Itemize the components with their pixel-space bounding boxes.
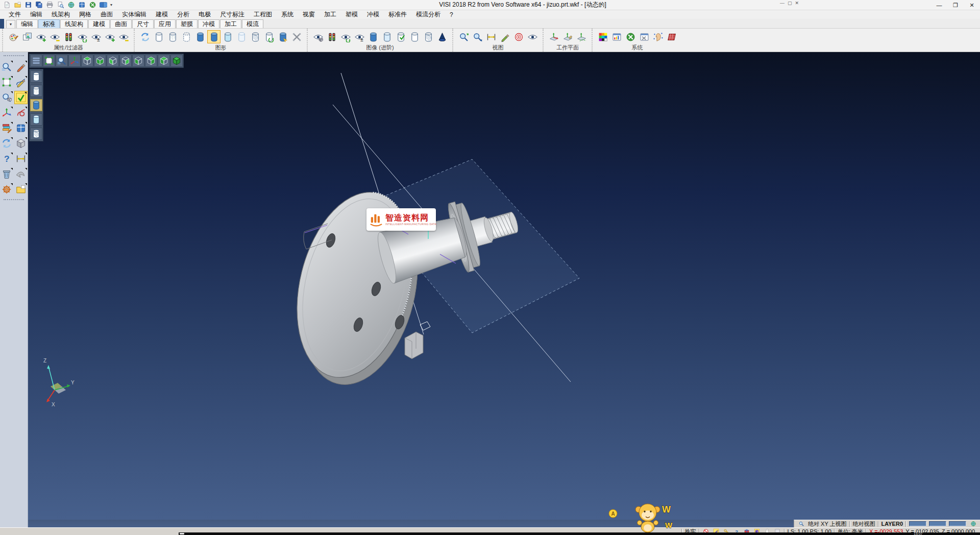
cylinder-shaded-icon[interactable] <box>207 30 220 43</box>
eye-refresh-adv-icon[interactable] <box>339 30 352 43</box>
menu-item[interactable]: 编辑 <box>26 10 47 19</box>
modify-pencil-icon[interactable] <box>14 60 28 74</box>
taskbar-app-icon[interactable] <box>180 533 184 534</box>
zoom-all-icon[interactable] <box>457 30 470 43</box>
viewport-canvas[interactable]: z Z Y X <box>28 52 980 520</box>
search-icon[interactable] <box>797 521 805 527</box>
menu-item[interactable]: 电极 <box>194 10 215 19</box>
menu-item[interactable]: 标准件 <box>384 10 411 19</box>
cylinder-blueoutline-icon[interactable] <box>380 30 394 43</box>
menu-item[interactable]: 分析 <box>173 10 194 19</box>
view-iso-icon[interactable] <box>158 55 170 67</box>
cone-blue-icon[interactable] <box>435 30 449 43</box>
workplane-axis-icon[interactable] <box>547 30 560 43</box>
restore-button[interactable]: ❐ <box>947 0 964 10</box>
cylinder-dynamic-icon[interactable] <box>276 30 289 43</box>
eye-solids-icon[interactable] <box>311 30 325 43</box>
toolbar-grip[interactable] <box>4 199 24 202</box>
print-preview-icon[interactable] <box>56 1 65 9</box>
view-back-icon[interactable] <box>145 55 157 67</box>
layer-image-icon[interactable] <box>20 30 34 43</box>
new-file-icon[interactable] <box>2 1 12 9</box>
toolbar-grip[interactable] <box>4 55 24 58</box>
curve-spiral-icon[interactable] <box>14 106 28 119</box>
doc-close-button[interactable]: ✕ <box>795 1 799 6</box>
cylinder-hiddenline-icon[interactable] <box>166 30 179 43</box>
zoom-solid-icon[interactable] <box>0 91 13 104</box>
workplane-align-icon[interactable] <box>575 30 588 43</box>
menu-item[interactable]: 尺寸标注 <box>215 10 249 19</box>
workplane-edit-icon[interactable] <box>561 30 574 43</box>
color-swatch[interactable] <box>909 521 926 526</box>
eye-plus-icon[interactable] <box>103 30 116 43</box>
regen-refresh-icon[interactable] <box>0 137 13 150</box>
view-shaded-icon[interactable] <box>170 55 183 67</box>
view-right-icon[interactable] <box>119 55 132 67</box>
open-project-icon[interactable] <box>14 183 28 196</box>
eye-plusminus-adv-icon[interactable]: ± <box>353 30 366 43</box>
target-point-icon[interactable] <box>512 30 525 43</box>
cylinder-dashed-icon[interactable] <box>180 30 193 43</box>
menu-item[interactable]: 网格 <box>75 10 96 19</box>
measure-caliper-icon[interactable] <box>484 30 498 43</box>
menu-item[interactable]: 冲模 <box>362 10 384 19</box>
toolbar-options-button[interactable]: ▾ <box>108 3 114 7</box>
settings-gear-icon[interactable] <box>88 1 97 9</box>
save-icon[interactable] <box>23 1 33 9</box>
doc-minimize-button[interactable]: — <box>780 1 785 6</box>
wireframe-mode-icon[interactable] <box>30 70 42 83</box>
tab-3[interactable]: 建模 <box>88 19 110 28</box>
tab-1[interactable]: 标准 <box>38 19 60 28</box>
view-mode-label[interactable]: 绝对视图 <box>853 520 875 528</box>
undo-icon[interactable] <box>14 167 28 181</box>
view-name-label[interactable]: 绝对 XY 上视图 <box>808 520 847 528</box>
tab-9[interactable]: 加工 <box>220 19 241 28</box>
render-settings-icon[interactable] <box>290 30 303 43</box>
view-front-icon[interactable] <box>132 55 144 67</box>
cylinder-check-icon[interactable] <box>394 30 407 43</box>
solid-cube-icon[interactable] <box>14 137 28 150</box>
refresh-view-icon[interactable] <box>138 30 152 43</box>
zoom-window-icon[interactable] <box>43 55 55 67</box>
traffic-light-adv-icon[interactable] <box>325 30 338 43</box>
cylinder-hatched-icon[interactable] <box>249 30 262 43</box>
measure-distance-icon[interactable] <box>14 152 28 165</box>
eye-plusminus-icon[interactable]: ± <box>89 30 103 43</box>
system-settings-icon[interactable] <box>624 30 637 43</box>
eye-remove-icon[interactable] <box>48 30 61 43</box>
help-book-icon[interactable] <box>99 1 108 9</box>
tab-0[interactable]: 编辑 <box>16 19 38 28</box>
color-swatch[interactable] <box>929 521 946 526</box>
menu-item[interactable]: 塑模 <box>341 10 362 19</box>
tab-4[interactable]: 曲面 <box>110 19 132 28</box>
eye-add-icon[interactable] <box>34 30 47 43</box>
os-taskbar[interactable]: 15:07 <box>179 532 980 535</box>
menu-item[interactable]: 线架构 <box>47 10 75 19</box>
layer-list-icon[interactable] <box>30 55 42 67</box>
attributes-filter-icon[interactable] <box>7 30 20 43</box>
tab-overflow-button[interactable]: ▼ <box>6 20 15 28</box>
plane-bounds-icon[interactable] <box>0 76 13 89</box>
eye-minus-icon[interactable] <box>117 30 130 43</box>
tab-5[interactable]: 尺寸 <box>132 19 154 28</box>
tab-10[interactable]: 模流 <box>242 19 263 28</box>
shaded-mode-icon[interactable] <box>30 99 42 111</box>
cylinder-blue-icon[interactable] <box>366 30 380 43</box>
window-layout-icon[interactable] <box>77 1 87 9</box>
tab-8[interactable]: 冲模 <box>198 19 219 28</box>
zoom-select-icon[interactable] <box>0 60 13 74</box>
cylinder-recycle-icon[interactable] <box>262 30 276 43</box>
select-points-icon[interactable] <box>651 30 665 43</box>
save-all-icon[interactable] <box>34 1 44 9</box>
view-left-icon[interactable] <box>107 55 119 67</box>
library-materials-icon[interactable] <box>0 121 13 135</box>
cylinder-white-icon[interactable] <box>408 30 421 43</box>
zoom-dynamic-icon[interactable] <box>56 55 68 67</box>
active-layer-label[interactable]: LAYER0 <box>881 521 903 527</box>
menu-item[interactable]: 工程图 <box>249 10 277 19</box>
transparent-mode-icon[interactable] <box>30 113 42 126</box>
close-button[interactable]: ✕ <box>964 0 980 10</box>
axis-orientation-icon[interactable] <box>68 55 81 67</box>
tab-2[interactable]: 线架构 <box>60 19 88 28</box>
cylinder-wireframe-icon[interactable] <box>152 30 165 43</box>
